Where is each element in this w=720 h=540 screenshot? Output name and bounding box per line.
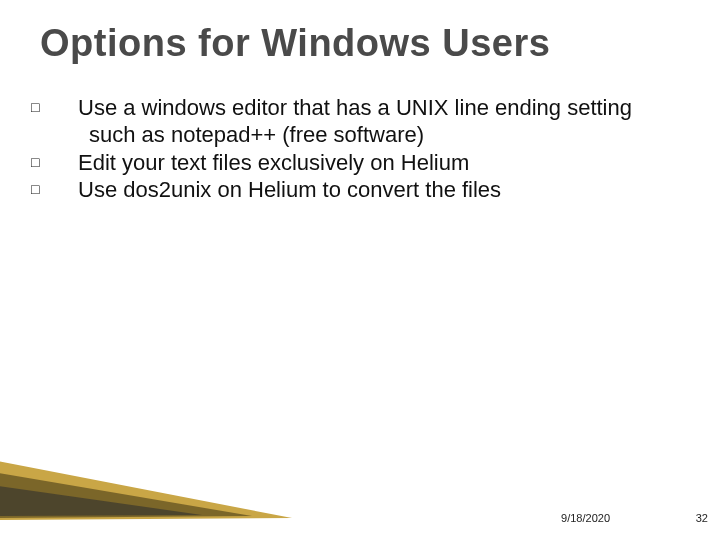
slide-body: □Use a windows editor that has a UNIX li… [60,95,650,205]
svg-marker-0 [0,460,292,520]
bullet-item: □Use a windows editor that has a UNIX li… [60,95,650,149]
decorative-wedge-icon [0,400,292,520]
square-bullet-icon: □ [60,154,78,171]
bullet-item: □Use dos2unix on Helium to convert the f… [60,177,650,204]
bullet-item: □Edit your text files exclusively on Hel… [60,150,650,177]
svg-marker-2 [0,485,202,516]
slide: Options for Windows Users □Use a windows… [0,0,720,540]
square-bullet-icon: □ [60,181,78,198]
bullet-text: Use a windows editor that has a UNIX lin… [78,95,632,147]
footer-page-number: 32 [696,512,708,524]
svg-marker-1 [0,472,252,518]
bullet-text: Edit your text files exclusively on Heli… [78,150,469,175]
slide-title: Options for Windows Users [40,22,680,65]
footer-date: 9/18/2020 [561,512,610,524]
square-bullet-icon: □ [60,99,78,116]
bullet-text: Use dos2unix on Helium to convert the fi… [78,177,501,202]
